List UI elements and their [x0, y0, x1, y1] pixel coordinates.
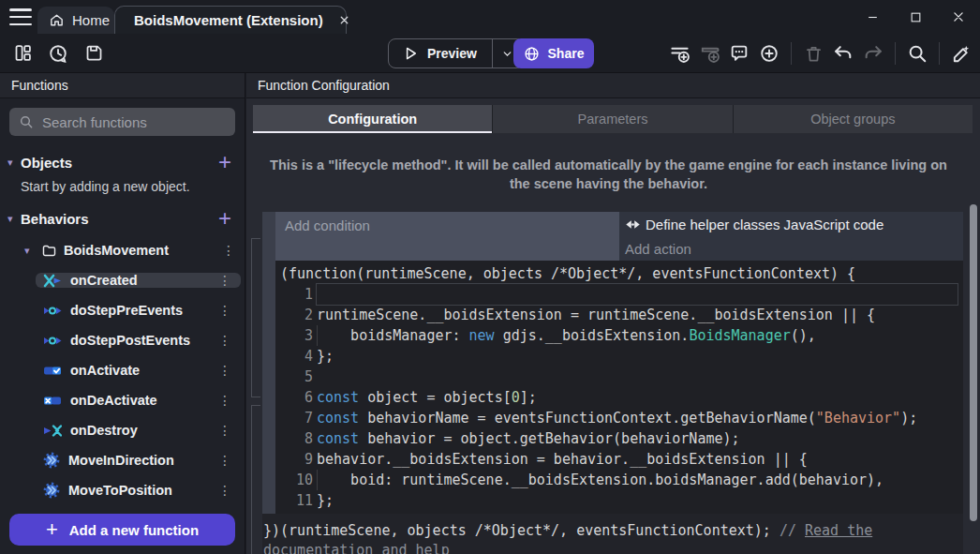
activate-icon: [43, 364, 62, 378]
function-item-dostelpreevents[interactable]: doStepPreEvents ⋮: [36, 303, 241, 318]
objects-collapse-icon[interactable]: ▾: [7, 157, 21, 169]
configuration-tabs: Configuration Parameters Object groups: [253, 105, 973, 133]
maximize-button[interactable]: [894, 0, 937, 34]
function-menu-icon[interactable]: ⋮: [209, 273, 241, 288]
add-condition-button[interactable]: Add condition: [275, 212, 619, 261]
title-bar: Home BoidsMovement (Extension): [0, 0, 980, 34]
javascript-code-editor[interactable]: (function(runtimeScene, objects /*Object…: [275, 261, 963, 514]
close-button[interactable]: [937, 0, 980, 34]
project-manager-icon[interactable]: [9, 40, 36, 67]
add-comment-icon[interactable]: [726, 40, 752, 67]
gear-icon: [43, 482, 60, 499]
function-item-ondeactivate[interactable]: onDeActivate ⋮: [36, 393, 241, 408]
share-button[interactable]: Share: [513, 38, 594, 68]
event-selection-bracket: [251, 405, 260, 554]
code-line[interactable]: 2runtimeScene.__boidsExtension = runtime…: [275, 305, 963, 325]
behavior-folder-boidsmovement[interactable]: ▾ BoidsMovement ⋮: [0, 235, 245, 265]
tab-close-icon[interactable]: [334, 12, 354, 28]
documentation-link[interactable]: documentation and help: [263, 542, 450, 554]
objects-section-label: Objects: [21, 155, 215, 171]
oncreated-icon: [43, 274, 62, 288]
code-wrapper-header: (function(runtimeScene, objects /*Object…: [275, 263, 963, 284]
play-icon: [402, 45, 419, 62]
function-menu-icon[interactable]: ⋮: [209, 363, 241, 378]
footer-code: })(runtimeScene, objects /*Object*/, eve…: [263, 522, 780, 539]
function-item-ondestroy[interactable]: onDestroy ⋮: [36, 423, 241, 438]
search-icon: [19, 114, 34, 129]
behaviors-section-label: Behaviors: [21, 211, 215, 227]
redo-icon[interactable]: [860, 40, 886, 67]
event-selection-bracket: [251, 238, 260, 397]
code-line[interactable]: 5: [275, 367, 963, 387]
tab-configuration[interactable]: Configuration: [253, 105, 493, 133]
toolbar: Preview Share: [0, 34, 980, 73]
edit-extension-icon[interactable]: [948, 40, 974, 67]
home-icon: [49, 12, 65, 28]
function-menu-icon[interactable]: ⋮: [209, 483, 241, 498]
history-icon[interactable]: [45, 40, 71, 67]
folder-label: BoidsMovement: [64, 243, 213, 258]
add-action-button[interactable]: Add action: [619, 237, 963, 261]
code-line[interactable]: 7const behaviorName = eventsFunctionCont…: [275, 408, 963, 428]
js-code-event: Add condition Define helper classes Java…: [262, 212, 963, 514]
tab-home[interactable]: Home: [37, 7, 114, 34]
code-line[interactable]: 8const behavior = object.getBehavior(beh…: [275, 428, 963, 449]
function-menu-icon[interactable]: ⋮: [209, 303, 241, 318]
preview-button[interactable]: Preview: [388, 38, 524, 68]
tab-object-groups[interactable]: Object groups: [734, 105, 973, 133]
function-item-oncreated[interactable]: onCreated ⋮: [36, 273, 241, 288]
code-line[interactable]: 3 boidsManager: new gdjs.__boidsExtensio…: [275, 325, 963, 346]
function-item-onactivate[interactable]: onActivate ⋮: [36, 363, 241, 378]
function-menu-icon[interactable]: ⋮: [209, 333, 241, 348]
sidebar-title: Functions: [0, 73, 245, 98]
add-object-button[interactable]: +: [215, 151, 235, 173]
share-label: Share: [548, 46, 585, 61]
add-other-event-icon[interactable]: [756, 40, 782, 67]
event-drag-handle[interactable]: [262, 212, 275, 514]
tab-parameters[interactable]: Parameters: [493, 105, 733, 133]
add-event-icon[interactable]: [666, 40, 692, 67]
add-function-button[interactable]: + Add a new function: [9, 514, 235, 546]
globe-icon: [524, 46, 540, 62]
save-icon[interactable]: [81, 40, 107, 67]
code-line[interactable]: 1: [275, 284, 963, 305]
add-behavior-button[interactable]: +: [215, 207, 235, 230]
code-line[interactable]: 11};: [275, 490, 963, 511]
code-line[interactable]: 10 boid: runtimeScene.__boidsExtension.b…: [275, 470, 963, 490]
search-functions-input[interactable]: Search functions: [9, 108, 235, 136]
js-code-icon: [625, 218, 641, 231]
functions-sidebar: Functions Search functions ▾ Objects + S…: [0, 73, 245, 554]
search-placeholder: Search functions: [42, 114, 147, 130]
tab-home-label: Home: [72, 12, 110, 28]
delete-icon[interactable]: [800, 40, 826, 67]
function-item-movetoposition[interactable]: MoveToPosition ⋮: [36, 482, 241, 499]
minimize-button[interactable]: [851, 0, 894, 34]
undo-icon[interactable]: [830, 40, 856, 67]
behaviors-collapse-icon[interactable]: ▾: [7, 213, 21, 225]
window-controls: [851, 0, 980, 34]
preview-label: Preview: [427, 46, 477, 61]
function-menu-icon[interactable]: ⋮: [209, 423, 241, 438]
code-line[interactable]: 9behavior.__boidsExtension = behavior.__…: [275, 449, 963, 470]
vertical-scrollbar[interactable]: [970, 204, 977, 521]
event-title[interactable]: Define helper classes JavaScript code: [619, 212, 963, 237]
add-subevent-icon[interactable]: [696, 40, 722, 67]
function-menu-icon[interactable]: ⋮: [209, 453, 241, 468]
tab-extension[interactable]: BoidsMovement (Extension): [114, 6, 347, 34]
function-configuration-panel: Function Configuration Configuration Par…: [246, 73, 980, 554]
folder-collapse-icon[interactable]: ▾: [24, 245, 41, 257]
behaviors-section-header: ▾ Behaviors +: [0, 203, 245, 233]
main-menu-icon[interactable]: [9, 8, 32, 25]
function-item-dosteppostevents[interactable]: doStepPostEvents ⋮: [36, 333, 241, 348]
documentation-link[interactable]: Read the: [805, 522, 872, 539]
code-line[interactable]: 4};: [275, 346, 963, 367]
folder-icon: [41, 243, 57, 259]
function-menu-icon[interactable]: ⋮: [209, 393, 241, 408]
code-line[interactable]: 6const object = objects[0];: [275, 387, 963, 408]
add-function-label: Add a new function: [69, 522, 199, 538]
search-events-icon[interactable]: [904, 40, 930, 67]
destroy-icon: [43, 424, 62, 438]
folder-menu-icon[interactable]: ⋮: [213, 243, 245, 258]
function-item-moveindirection[interactable]: MoveInDirection ⋮: [36, 452, 241, 469]
code-lines: 12runtimeScene.__boidsExtension = runtim…: [275, 284, 963, 511]
